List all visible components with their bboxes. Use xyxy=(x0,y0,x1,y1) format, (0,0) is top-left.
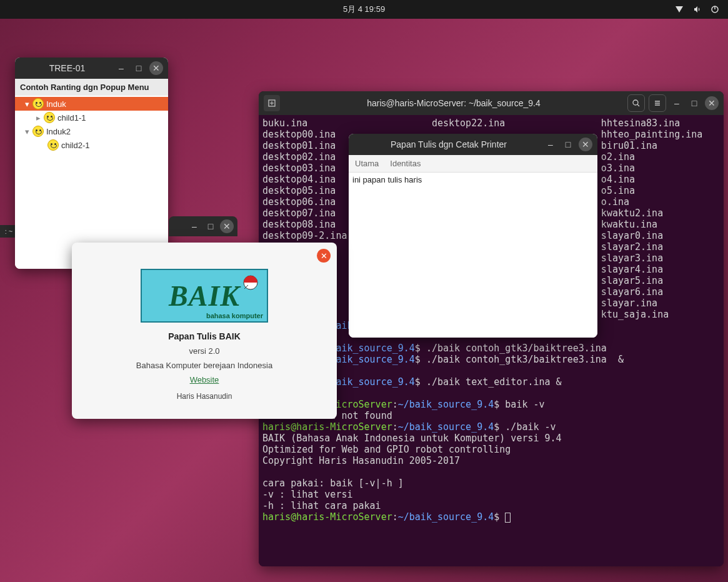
tree-titlebar: TREE-01 – □ ✕ xyxy=(15,58,168,79)
power-icon[interactable] xyxy=(711,5,719,14)
hidden-window-titlebar: – □ ✕ xyxy=(169,216,237,236)
tree-node-induk2[interactable]: ▾ Induk2 xyxy=(15,124,168,138)
website-link[interactable]: Website xyxy=(190,375,219,384)
tree-title: TREE-01 xyxy=(20,63,114,73)
tree-node-child2-1[interactable]: child2-1 xyxy=(15,138,168,152)
minimize-button[interactable]: – xyxy=(187,219,201,233)
tree-node-label: Induk2 xyxy=(46,127,71,136)
search-button[interactable] xyxy=(627,94,645,112)
smiley-icon xyxy=(32,98,44,109)
maximize-button[interactable]: □ xyxy=(132,61,146,75)
logo-subtitle: bahasa komputer xyxy=(206,312,263,319)
logo-text: BAIK xyxy=(169,279,240,313)
papan-title: Papan Tulis dgn Cetak Printer xyxy=(354,139,544,149)
close-button[interactable]: ✕ xyxy=(149,61,163,75)
close-button[interactable]: ✕ xyxy=(220,219,234,233)
smiley-icon xyxy=(44,112,55,123)
svg-point-5 xyxy=(633,100,638,105)
tree-column-header: Contoh Ranting dgn Popup Menu xyxy=(15,79,168,96)
tree-node-label: child2-1 xyxy=(61,141,90,150)
terminal-titlebar: haris@haris-MicroServer: ~/baik_source_9… xyxy=(259,91,724,115)
minimize-button[interactable]: – xyxy=(114,61,128,75)
maximize-button[interactable]: □ xyxy=(561,138,575,151)
about-version: versi 2.0 xyxy=(189,346,219,356)
baik-logo: BAIK bahasa komputer xyxy=(141,269,268,323)
close-button[interactable]: ✕ xyxy=(317,249,331,263)
menu-button[interactable] xyxy=(649,94,666,112)
tree-node-induk[interactable]: ▾ Induk xyxy=(15,97,168,111)
minimize-button[interactable]: – xyxy=(670,96,684,110)
close-button[interactable]: ✕ xyxy=(705,96,719,110)
wifi-icon[interactable] xyxy=(674,5,684,14)
about-author: Haris Hasanudin xyxy=(177,392,232,401)
tree-node-label: child1-1 xyxy=(57,113,86,123)
menu-identitas[interactable]: Identitas xyxy=(390,159,421,168)
about-title: Papan Tulis BAIK xyxy=(168,331,241,341)
terminal-title: haris@haris-MicroServer: ~/baik_source_9… xyxy=(284,98,624,108)
svg-line-6 xyxy=(637,104,639,106)
minimize-button[interactable]: – xyxy=(544,138,557,151)
maximize-button[interactable]: □ xyxy=(204,219,217,233)
papan-tulis-window: Papan Tulis dgn Cetak Printer – □ ✕ Utam… xyxy=(349,134,597,338)
expander-down-icon[interactable]: ▾ xyxy=(24,128,30,134)
panel-indicators xyxy=(674,5,719,14)
about-description: Bahasa Komputer berejaan Indonesia xyxy=(136,361,272,370)
smiley-icon xyxy=(32,126,44,137)
panel-clock: 5月 4 19:59 xyxy=(343,4,385,15)
tree-node-label: Induk xyxy=(46,99,66,109)
maximize-button[interactable]: □ xyxy=(687,96,701,110)
papan-titlebar: Papan Tulis dgn Cetak Printer – □ ✕ xyxy=(349,134,597,155)
about-body: BAIK bahasa komputer Papan Tulis BAIK ve… xyxy=(72,243,337,408)
close-button[interactable]: ✕ xyxy=(579,138,592,151)
papan-menubar: Utama Identitas xyxy=(349,155,597,173)
tree-window: TREE-01 – □ ✕ Contoh Ranting dgn Popup M… xyxy=(15,58,168,269)
new-tab-button[interactable] xyxy=(264,95,280,111)
menu-utama[interactable]: Utama xyxy=(355,159,379,168)
expander-right-icon[interactable]: ▸ xyxy=(35,114,41,121)
flag-circle-icon xyxy=(243,275,258,290)
papan-editor[interactable]: ini papan tulis haris xyxy=(349,173,597,338)
top-panel: 5月 4 19:59 xyxy=(0,0,728,19)
expander-down-icon[interactable]: ▾ xyxy=(24,101,30,107)
smiley-icon xyxy=(47,139,59,151)
volume-icon[interactable] xyxy=(693,5,702,14)
tree-node-child1-1[interactable]: ▸ child1-1 xyxy=(15,111,168,124)
about-dialog: ✕ BAIK bahasa komputer Papan Tulis BAIK … xyxy=(72,243,337,419)
